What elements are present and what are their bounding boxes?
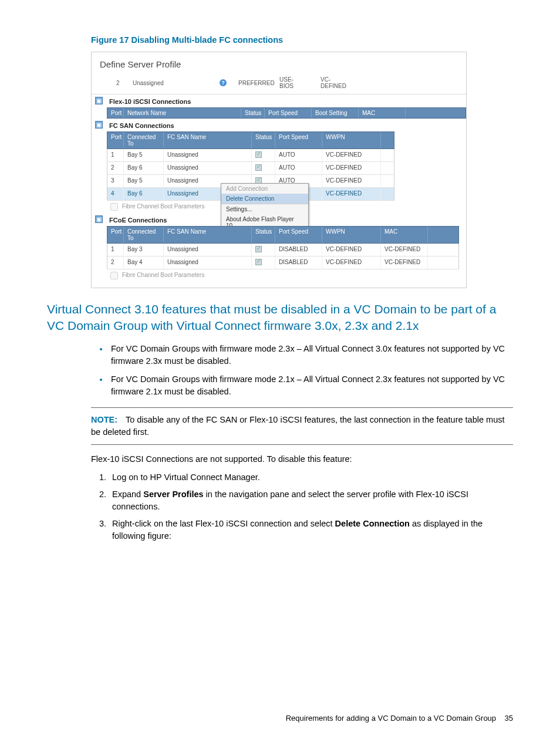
fcoe-header-row: Port Connected To FC SAN Name Status Por… (107, 226, 459, 244)
menu-delete-connection[interactable]: Delete Connection (221, 194, 308, 204)
step-bold: Delete Connection (335, 519, 410, 528)
cell-conn: Bay 6 (124, 188, 164, 200)
col-connected: Connected To (124, 227, 164, 243)
cell-conn: Bay 5 (124, 149, 164, 161)
step-item: Log on to HP Virtual Connect Manager. (109, 471, 513, 484)
flex10-title: Flex-10 iSCSI Connections (107, 94, 466, 107)
col-status: Status (252, 227, 275, 243)
col-network: Network Name (124, 108, 241, 118)
cell-wwpn: VC-DEFINED (322, 162, 381, 174)
cell-wwpn: VC-DEFINED (322, 256, 381, 269)
list-item: For VC Domain Groups with firmware mode … (109, 343, 513, 367)
table-row[interactable]: 1 Bay 3 Unassigned DISABLED VC-DEFINED V… (107, 244, 459, 256)
cell-mac: VC-DEFINED (381, 256, 428, 269)
flex10-header-row: Port Network Name Status Port Speed Boot… (107, 107, 466, 119)
status-ok-icon (255, 164, 262, 171)
col-connected: Connected To (124, 132, 164, 148)
table-row[interactable]: 2 Bay 6 Unassigned AUTO VC-DEFINED (107, 162, 394, 175)
fibre-boot-label: Fibre Channel Boot Parameters (122, 203, 205, 210)
footer-text: Requirements for adding a VC Domain to a… (286, 714, 496, 723)
help-icon[interactable]: ? (220, 79, 227, 86)
cell-port: 2 (107, 256, 124, 269)
cell-port: 2 (107, 162, 124, 174)
cell-port: 3 (107, 175, 124, 187)
cell-conn: Bay 5 (124, 175, 164, 187)
status-ok-icon (255, 151, 262, 158)
top-vcdefined: VC-DEFINED (313, 76, 360, 89)
fibre-boot-checkbox-row: Fibre Channel Boot Parameters (107, 269, 466, 282)
fcsan-section: ▣ FC SAN Connections Port Connected To F… (92, 119, 466, 213)
cell-port: 1 (107, 244, 124, 256)
cell-speed: DISABLED (275, 244, 322, 256)
cell-san: Unassigned (164, 162, 252, 174)
cell-conn: Bay 6 (124, 162, 164, 174)
col-port: Port (107, 108, 124, 118)
cell-wwpn: VC-DEFINED (322, 244, 381, 256)
cell-status (252, 256, 275, 269)
cell-speed: AUTO (275, 149, 322, 161)
cell-san: Unassigned (164, 256, 252, 269)
cell-status (252, 244, 275, 256)
cell-port: 4 (107, 188, 124, 200)
step-bold: Server Profiles (143, 490, 203, 499)
step-text: Right-click on the last Flex-10 iSCSI co… (112, 519, 335, 528)
footer-page-number: 35 (505, 714, 513, 723)
col-port: Port (107, 227, 124, 243)
table-row[interactable]: 1 Bay 5 Unassigned AUTO VC-DEFINED (107, 149, 394, 162)
col-port: Port (107, 132, 124, 148)
col-status: Status (252, 132, 275, 148)
col-mac: MAC (381, 227, 428, 243)
note-label: NOTE: (91, 415, 117, 424)
screenshot-top-row: 2 Unassigned ? PREFERRED USE-BIOS VC-DEF… (92, 75, 466, 94)
cell-san: Unassigned (164, 149, 252, 161)
collapse-icon[interactable]: ▣ (95, 121, 103, 129)
top-port: 2 (109, 80, 126, 86)
screenshot-panel: Define Server Profile 2 Unassigned ? PRE… (91, 52, 467, 288)
fcsan-title: FC SAN Connections (107, 119, 466, 131)
cell-conn: Bay 4 (124, 256, 164, 269)
status-ok-icon (255, 259, 262, 265)
col-san-name: FC SAN Name (164, 132, 252, 148)
collapse-icon[interactable]: ▣ (95, 215, 103, 223)
col-mac: MAC (359, 108, 406, 118)
col-status: Status (241, 108, 265, 118)
step-item: Right-click on the last Flex-10 iSCSI co… (109, 518, 513, 542)
cell-speed: AUTO (275, 162, 322, 174)
col-wwpn: WWPN (322, 132, 381, 148)
status-ok-icon (255, 246, 262, 252)
cell-mac: VC-DEFINED (381, 244, 428, 256)
section-heading: Virtual Connect 3.10 features that must … (47, 301, 513, 335)
cell-wwpn: VC-DEFINED (322, 175, 381, 187)
fibre-boot-checkbox[interactable] (110, 203, 118, 211)
top-assign: Unassigned (126, 80, 220, 86)
col-speed: Port Speed (275, 132, 322, 148)
cell-status (252, 149, 275, 161)
list-item: For VC Domain Groups with firmware mode … (109, 373, 513, 398)
col-san-name: FC SAN Name (164, 227, 252, 243)
body-intro: Flex-10 iSCSI Connections are not suppor… (91, 453, 513, 465)
top-preferred: PREFERRED (231, 80, 272, 86)
cell-conn: Bay 3 (124, 244, 164, 256)
top-usebios: USE-BIOS (272, 76, 313, 89)
step-text: Expand (112, 490, 143, 499)
figure-caption: Figure 17 Disabling Multi-blade FC conne… (91, 35, 513, 45)
screenshot-window-title: Define Server Profile (92, 57, 466, 75)
fcsan-header-row: Port Connected To FC SAN Name Status Por… (107, 131, 394, 149)
col-speed: Port Speed (265, 108, 312, 118)
cell-status (252, 162, 275, 174)
menu-add-connection[interactable]: Add Connection (221, 184, 308, 194)
cell-san: Unassigned (164, 244, 252, 256)
note-block: NOTE: To disable any of the FC SAN or Fl… (91, 407, 513, 445)
table-row[interactable]: 2 Bay 4 Unassigned DISABLED VC-DEFINED V… (107, 256, 459, 269)
cell-port: 1 (107, 149, 124, 161)
col-boot: Boot Setting (312, 108, 359, 118)
cell-wwpn: VC-DEFINED (322, 188, 381, 200)
page-footer: Requirements for adding a VC Domain to a… (286, 714, 513, 723)
flex10-section: ▣ Flex-10 iSCSI Connections Port Network… (92, 94, 466, 119)
fcoe-title: FCoE Connections (107, 213, 466, 226)
cell-wwpn: VC-DEFINED (322, 149, 381, 161)
step-item: Expand Server Profiles in the navigation… (109, 488, 513, 513)
fibre-boot-checkbox[interactable] (110, 272, 118, 279)
collapse-icon[interactable]: ▣ (95, 97, 103, 104)
cell-speed: DISABLED (275, 256, 322, 269)
